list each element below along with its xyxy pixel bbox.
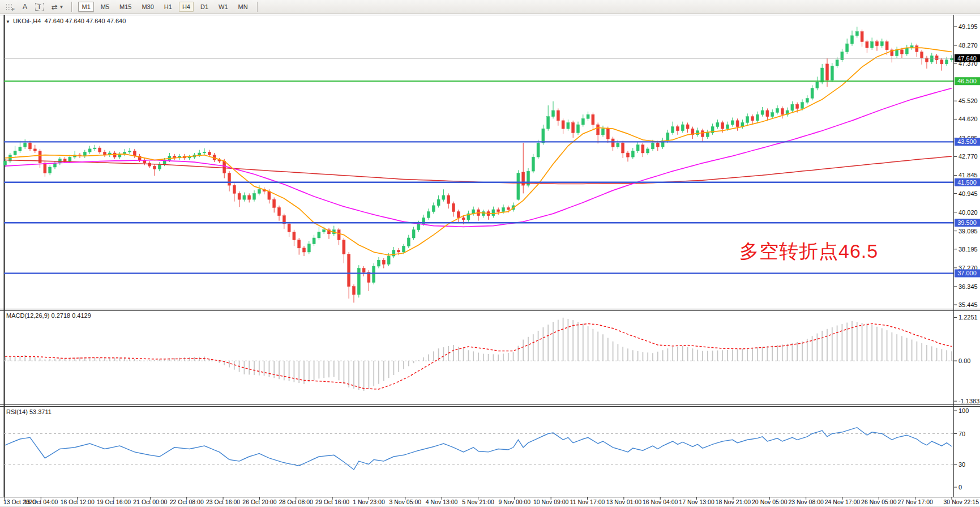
candle-bear xyxy=(921,52,923,58)
candle-bear xyxy=(597,125,600,135)
timeframe-button-d1[interactable]: D1 xyxy=(197,2,212,12)
candle-bear xyxy=(562,121,564,129)
price-badge-label: 41.500 xyxy=(957,179,977,186)
candle-bull xyxy=(69,157,71,161)
candle-bull xyxy=(203,152,206,153)
candle-bull xyxy=(517,173,520,199)
candle-bear xyxy=(611,139,614,147)
candle-bull xyxy=(851,36,854,44)
time-axis-label: 26 Oct 20:00 xyxy=(242,499,276,505)
ma-mid-line xyxy=(5,88,952,227)
candle-bull xyxy=(726,125,729,129)
time-axis-label: 13 Nov 01:00 xyxy=(606,499,642,505)
candle-bear xyxy=(397,250,400,252)
candle-bear xyxy=(677,127,679,131)
candle-bear xyxy=(622,143,624,153)
candle-bull xyxy=(373,266,375,283)
candle-bull xyxy=(547,117,550,129)
textbox-tool-button[interactable]: T xyxy=(32,1,46,12)
timeframe-button-w1[interactable]: W1 xyxy=(215,2,232,12)
candle-bull xyxy=(821,68,824,82)
candle-bull xyxy=(427,212,430,218)
chart-canvas[interactable]: 49.19548.27047.37045.52044.62043.68542.7… xyxy=(0,0,980,507)
candle-bull xyxy=(502,207,505,211)
timeframe-button-m5[interactable]: M5 xyxy=(97,2,113,12)
candle-bear xyxy=(876,42,879,46)
rsi-line xyxy=(5,428,952,470)
candle-bear xyxy=(273,199,276,207)
candle-bear xyxy=(233,185,236,193)
candle-bull xyxy=(746,117,749,123)
candle-bull xyxy=(403,246,405,252)
candle-bull xyxy=(647,149,649,153)
candle-bull xyxy=(387,256,390,264)
timeframe-button-mn[interactable]: MN xyxy=(235,2,251,12)
timeframe-button-m15[interactable]: M15 xyxy=(116,2,135,12)
candle-bull xyxy=(806,99,808,103)
candle-bull xyxy=(129,151,131,152)
candle-bull xyxy=(542,129,545,143)
label-tool-icon: A xyxy=(23,3,27,11)
candle-bull xyxy=(158,164,161,169)
candle-bull xyxy=(258,189,260,193)
candle-bear xyxy=(223,161,226,173)
candle-bull xyxy=(54,163,57,167)
candle-bull xyxy=(706,133,709,137)
candle-bull xyxy=(318,232,320,238)
timeframe-button-m30[interactable]: M30 xyxy=(138,2,157,12)
timeframe-button-m1[interactable]: M1 xyxy=(78,2,93,12)
candle-bull xyxy=(666,133,669,140)
candle-bear xyxy=(133,151,136,156)
candle-bear xyxy=(572,122,575,133)
time-axis-label: 23 Nov 08:00 xyxy=(788,499,824,505)
toolbar-separator-end xyxy=(257,2,258,12)
candle-bull xyxy=(846,44,849,52)
candle-bull xyxy=(93,148,96,149)
candle-bull xyxy=(756,114,759,121)
time-axis-label: 19 Oct 16:00 xyxy=(97,499,131,505)
price-tick-label: 40.020 xyxy=(958,209,978,216)
candle-bear xyxy=(592,114,594,125)
candle-bear xyxy=(940,60,943,64)
candle-bull xyxy=(716,122,719,126)
candle-bear xyxy=(457,212,460,218)
textbox-tool-icon: T xyxy=(35,3,44,11)
candle-bear xyxy=(736,121,739,127)
candle-bear xyxy=(641,145,644,153)
candle-bull xyxy=(482,212,485,216)
price-tick-label: 41.845 xyxy=(958,172,978,178)
ma-fast-line xyxy=(5,48,952,255)
macd-label: MACD(12,26,9) 0.2718 0.4129 xyxy=(6,312,91,319)
candle-bear xyxy=(298,240,301,248)
candle-bull xyxy=(378,260,380,266)
timeframe-button-h1[interactable]: H1 xyxy=(161,2,176,12)
candle-bear xyxy=(303,248,306,252)
price-tick-label: 42.770 xyxy=(958,153,978,160)
candle-bull xyxy=(831,66,833,80)
annotation-text[interactable]: 多空转折点46.5 xyxy=(739,238,878,265)
toolbar-separator xyxy=(71,2,72,12)
candle-bull xyxy=(407,238,410,246)
candle-bear xyxy=(462,218,465,220)
pattern-tool-button[interactable]: F xyxy=(3,1,18,12)
label-tool-button[interactable]: A xyxy=(20,1,30,12)
time-axis-label: 10 Nov 09:00 xyxy=(533,499,569,505)
arrows-tool-button[interactable]: ⇄▼ xyxy=(49,1,67,12)
time-axis-label: 21 Oct 00:00 xyxy=(133,499,167,505)
candle-bull xyxy=(412,230,415,238)
candle-bear xyxy=(926,58,928,62)
candle-bull xyxy=(532,157,534,171)
timeframe-button-h4[interactable]: H4 xyxy=(179,2,194,12)
candle-bull xyxy=(19,147,22,151)
time-axis-label: 29 Oct 16:00 xyxy=(315,499,349,505)
time-axis-label: 15 Oct 04:00 xyxy=(24,499,58,505)
symbol-dropdown-icon[interactable]: ▼ xyxy=(6,19,10,24)
candle-bull xyxy=(357,269,360,295)
toolbar: F A T ⇄▼ M1M5M15M30H1H4D1W1MN xyxy=(0,0,980,14)
candle-bull xyxy=(83,152,86,156)
candle-bear xyxy=(337,230,340,240)
time-axis-label: 18 Nov 21:00 xyxy=(716,499,751,505)
candle-bull xyxy=(791,104,794,110)
candle-bear xyxy=(861,32,863,42)
rsi-tick-label: 30 xyxy=(958,461,965,468)
